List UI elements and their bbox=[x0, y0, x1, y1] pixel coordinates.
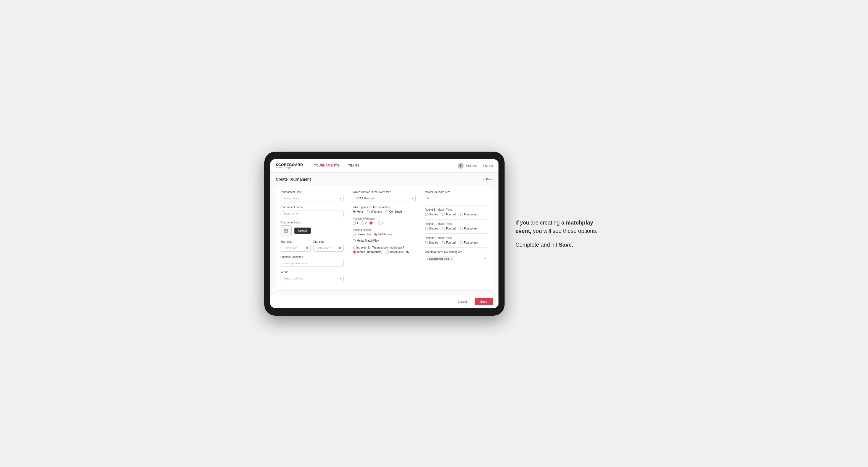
round-3-option[interactable]: 3 bbox=[370, 221, 375, 224]
round2-fourball-radio[interactable] bbox=[442, 227, 445, 230]
logo-upload-area: Upload bbox=[281, 225, 344, 237]
round3-match-type-label: Round 3 - Match Type bbox=[425, 237, 488, 240]
round2-singles-label: Singles bbox=[429, 227, 438, 230]
individuals-radio[interactable] bbox=[385, 250, 389, 253]
max-team-size-label: Maximum Team Size bbox=[425, 191, 488, 194]
form-col-2: Which division is the event for? NCAA Di… bbox=[348, 186, 420, 290]
teams-radio[interactable] bbox=[353, 250, 356, 253]
tournament-logo-label: Tournament logo bbox=[281, 221, 344, 224]
gender-mens-option[interactable]: Mens bbox=[353, 210, 364, 213]
max-team-size-input[interactable] bbox=[425, 195, 441, 201]
teams-option[interactable]: Teams (+Individuals) bbox=[353, 250, 382, 253]
nav-tab-tournaments[interactable]: TOURNAMENTS bbox=[310, 159, 344, 172]
round2-fourball[interactable]: Fourball bbox=[442, 227, 456, 230]
round2-match-options: Singles Fourball Foursomes bbox=[425, 227, 488, 230]
division-select[interactable]: NCAA Division I NCAA Division II NCAA Di… bbox=[353, 195, 415, 202]
rounds-group: Number of rounds 1 2 bbox=[353, 217, 415, 224]
form-col-3: Maximum Team Size Round 1 - Match Type S… bbox=[420, 186, 492, 290]
scoring-medal-option[interactable]: Medal Match Play bbox=[353, 239, 379, 242]
tournament-name-input[interactable] bbox=[281, 210, 344, 217]
gender-mens-radio[interactable] bbox=[353, 210, 356, 213]
teams-individuals-label: Is this event for Teams and/or Individua… bbox=[353, 246, 415, 249]
division-label: Which division is the event for? bbox=[353, 191, 415, 194]
venue-input[interactable] bbox=[281, 275, 344, 282]
scoring-match-radio[interactable] bbox=[374, 233, 377, 236]
tablet-screen: SCOREBOARD Powered by clippi TOURNAMENTS… bbox=[270, 159, 498, 308]
round-3-radio[interactable] bbox=[370, 221, 373, 224]
page-content: Create Tournament ← Back Tournament Host bbox=[270, 173, 498, 295]
round2-foursomes[interactable]: Foursomes bbox=[460, 227, 478, 230]
back-link[interactable]: ← Back bbox=[482, 178, 493, 181]
brand-sub: Powered by clippi bbox=[276, 166, 303, 168]
venue-select-wrapper bbox=[281, 275, 344, 282]
divider-1 bbox=[425, 205, 488, 206]
user-name: Test User bbox=[466, 164, 477, 167]
api-tag-remove[interactable]: ✕ bbox=[450, 257, 453, 260]
start-date-input[interactable] bbox=[281, 245, 311, 252]
round1-foursomes[interactable]: Foursomes bbox=[460, 213, 478, 216]
round2-foursomes-radio[interactable] bbox=[460, 227, 463, 230]
scoring-medal-label: Medal Match Play bbox=[357, 239, 379, 242]
round-2-option[interactable]: 2 bbox=[361, 221, 367, 224]
scoring-group: Scoring system Stroke Play Match Play bbox=[353, 228, 415, 242]
individuals-option[interactable]: Individuals Only bbox=[385, 250, 409, 253]
tablet-frame: SCOREBOARD Powered by clippi TOURNAMENTS… bbox=[264, 152, 504, 316]
rounds-label: Number of rounds bbox=[353, 217, 415, 220]
brand-link: clippi bbox=[286, 166, 291, 168]
teams-radio-group: Teams (+Individuals) Individuals Only bbox=[353, 250, 415, 253]
round2-singles[interactable]: Singles bbox=[425, 227, 438, 230]
round2-singles-radio[interactable] bbox=[425, 227, 428, 230]
sign-out-link[interactable]: Sign out bbox=[483, 164, 493, 167]
tournament-name-label: Tournament name bbox=[281, 206, 344, 209]
gender-combined-label: Combined bbox=[390, 210, 402, 213]
gender-womens-option[interactable]: Womens bbox=[367, 210, 382, 213]
annotation-bold-save: Save bbox=[559, 242, 572, 248]
annotation-bold-matchplay: matchplay event, bbox=[516, 220, 593, 234]
round1-fourball-label: Fourball bbox=[446, 213, 456, 216]
create-tournament-form: Tournament Host Tournament name Tourname… bbox=[276, 186, 493, 290]
round3-foursomes-radio[interactable] bbox=[460, 241, 463, 244]
sponsor-input[interactable] bbox=[281, 260, 344, 267]
round1-fourball-radio[interactable] bbox=[442, 213, 445, 216]
cancel-button[interactable]: Cancel bbox=[453, 298, 472, 305]
round3-match-type: Round 3 - Match Type Singles Fourball bbox=[425, 237, 488, 244]
round1-singles-radio[interactable] bbox=[425, 213, 428, 216]
tournament-logo-group: Tournament logo Upload bbox=[281, 221, 344, 237]
scoring-stroke-radio[interactable] bbox=[353, 233, 356, 236]
end-date-input[interactable] bbox=[313, 245, 344, 252]
round-1-radio[interactable] bbox=[353, 221, 356, 224]
api-dropdown-icon[interactable]: ▾ bbox=[485, 257, 486, 260]
round-2-radio[interactable] bbox=[361, 221, 364, 224]
round-4-option[interactable]: 4 bbox=[378, 221, 384, 224]
scoring-medal-radio[interactable] bbox=[353, 239, 356, 242]
gender-combined-option[interactable]: Combined bbox=[385, 210, 402, 213]
gender-combined-radio[interactable] bbox=[385, 210, 388, 213]
round3-fourball-radio[interactable] bbox=[442, 241, 445, 244]
round-4-radio[interactable] bbox=[378, 221, 381, 224]
round1-fourball[interactable]: Fourball bbox=[442, 213, 456, 216]
brand-title: SCOREBOARD bbox=[276, 163, 303, 166]
round2-match-type-label: Round 2 - Match Type bbox=[425, 222, 488, 225]
gender-womens-radio[interactable] bbox=[367, 210, 370, 213]
save-button[interactable]: Save bbox=[475, 298, 493, 305]
round3-match-options: Singles Fourball Foursomes bbox=[425, 241, 488, 244]
scoring-match-option[interactable]: Match Play bbox=[374, 233, 392, 236]
user-avatar: 👤 bbox=[458, 163, 464, 169]
round3-foursomes-label: Foursomes bbox=[464, 241, 478, 244]
tournament-host-input[interactable] bbox=[281, 195, 344, 202]
round3-fourball[interactable]: Fourball bbox=[442, 241, 456, 244]
start-date-group: Start date bbox=[281, 240, 311, 252]
round1-foursomes-radio[interactable] bbox=[460, 213, 463, 216]
round1-singles[interactable]: Singles bbox=[425, 213, 438, 216]
individuals-label: Individuals Only bbox=[390, 250, 409, 253]
round3-singles[interactable]: Singles bbox=[425, 241, 438, 244]
scoring-stroke-option[interactable]: Stroke Play bbox=[353, 233, 371, 236]
round-1-option[interactable]: 1 bbox=[353, 221, 359, 224]
upload-button[interactable]: Upload bbox=[294, 227, 311, 234]
api-tag-box[interactable]: Leaderboard King ✕ ▾ bbox=[425, 255, 488, 263]
page-wrapper: SCOREBOARD Powered by clippi TOURNAMENTS… bbox=[11, 152, 857, 316]
round3-singles-radio[interactable] bbox=[425, 241, 428, 244]
nav-tab-teams[interactable]: TEAMS bbox=[344, 159, 364, 172]
round3-foursomes[interactable]: Foursomes bbox=[460, 241, 478, 244]
round1-foursomes-label: Foursomes bbox=[464, 213, 478, 216]
